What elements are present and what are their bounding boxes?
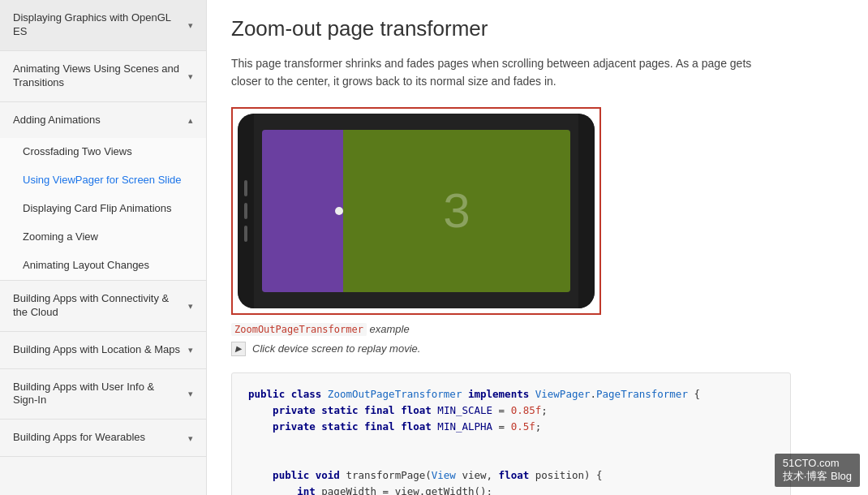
main-content: Zoom-out page transformer This page tran… xyxy=(207,0,868,495)
sidebar-section-building-wearables: Building Apps for Wearables▾ xyxy=(0,420,206,457)
sidebar-section-animating-views: Animating Views Using Scenes and Transit… xyxy=(0,51,206,102)
device-container[interactable]: 3 xyxy=(231,107,601,315)
page-description: This page transformer shrinks and fades … xyxy=(231,54,783,91)
device-button xyxy=(244,180,247,196)
chevron-icon-building-location: ▾ xyxy=(188,344,193,355)
sidebar-section-building-user-info: Building Apps with User Info & Sign-In▾ xyxy=(0,369,206,420)
device-button-2 xyxy=(244,203,247,219)
chevron-icon-displaying-graphics: ▾ xyxy=(188,19,193,31)
sidebar-header-building-location[interactable]: Building Apps with Location & Maps▾ xyxy=(0,332,206,368)
device-button-3 xyxy=(244,226,247,242)
sidebar-header-animating-views[interactable]: Animating Views Using Scenes and Transit… xyxy=(0,51,206,101)
sidebar-section-building-location: Building Apps with Location & Maps▾ xyxy=(0,332,206,369)
chevron-icon-building-connectivity: ▾ xyxy=(188,300,193,312)
screen-number: 3 xyxy=(443,183,470,239)
sidebar-section-label-adding-animations: Adding Animations xyxy=(13,114,101,127)
sidebar-sub-items-adding-animations: Crossfading Two ViewsUsing ViewPager for… xyxy=(0,138,206,279)
chevron-icon-animating-views: ▾ xyxy=(188,71,193,82)
screen-dot xyxy=(335,207,343,215)
sidebar-section-label-displaying-graphics: Displaying Graphics with OpenGL ES xyxy=(13,11,182,39)
sidebar-section-label-building-user-info: Building Apps with User Info & Sign-In xyxy=(13,381,182,408)
device-side-right xyxy=(578,114,595,308)
sidebar-section-label-building-location: Building Apps with Location & Maps xyxy=(13,343,180,357)
device-screen: 3 xyxy=(262,130,570,292)
replay-row[interactable]: ▶ Click device screen to replay movie. xyxy=(231,342,844,356)
watermark-site: 51CTO.com xyxy=(783,457,840,469)
device-side-left xyxy=(238,114,254,308)
sidebar-item-card-flip[interactable]: Displaying Card Flip Animations xyxy=(0,195,206,223)
watermark: 51CTO.com 技术·博客 Blog xyxy=(775,454,860,487)
sidebar-header-displaying-graphics[interactable]: Displaying Graphics with OpenGL ES▾ xyxy=(0,0,206,50)
sidebar-section-displaying-graphics: Displaying Graphics with OpenGL ES▾ xyxy=(0,0,206,51)
chevron-icon-building-user-info: ▾ xyxy=(188,388,193,399)
sidebar-section-label-building-connectivity: Building Apps with Connectivity & the Cl… xyxy=(13,292,182,320)
sidebar-section-label-animating-views: Animating Views Using Scenes and Transit… xyxy=(13,62,182,90)
replay-text: Click device screen to replay movie. xyxy=(252,342,420,355)
sidebar-header-building-wearables[interactable]: Building Apps for Wearables▾ xyxy=(0,420,206,456)
code-block: public class ZoomOutPageTransformer impl… xyxy=(231,372,791,495)
sidebar-section-adding-animations: Adding Animations▴Crossfading Two ViewsU… xyxy=(0,102,206,281)
sidebar-header-building-connectivity[interactable]: Building Apps with Connectivity & the Cl… xyxy=(0,281,206,331)
sidebar-section-label-building-wearables: Building Apps for Wearables xyxy=(13,431,145,445)
code-pre: public class ZoomOutPageTransformer impl… xyxy=(248,386,774,495)
chevron-icon-adding-animations: ▴ xyxy=(188,114,193,126)
sidebar-header-building-user-info[interactable]: Building Apps with User Info & Sign-In▾ xyxy=(0,369,206,420)
sidebar-header-adding-animations[interactable]: Adding Animations▴ xyxy=(0,102,206,139)
screen-right-panel: 3 xyxy=(343,130,570,292)
watermark-subtitle: 技术·博客 Blog xyxy=(783,470,852,482)
chevron-icon-building-wearables: ▾ xyxy=(188,433,193,444)
sidebar-item-crossfading[interactable]: Crossfading Two Views xyxy=(0,138,206,166)
device-frame: 3 xyxy=(238,114,595,308)
code-class-label: ZoomOutPageTransformer xyxy=(231,323,367,336)
example-label: example xyxy=(370,323,410,335)
screen-left-panel xyxy=(262,130,343,292)
sidebar-section-building-connectivity: Building Apps with Connectivity & the Cl… xyxy=(0,281,206,332)
sidebar-item-zooming[interactable]: Zooming a View xyxy=(0,223,206,252)
device-label: ZoomOutPageTransformer example xyxy=(231,323,844,335)
sidebar-item-viewpager[interactable]: Using ViewPager for Screen Slide xyxy=(0,166,206,195)
sidebar-item-layout-changes[interactable]: Animating Layout Changes xyxy=(0,252,206,280)
sidebar: Displaying Graphics with OpenGL ES▾Anima… xyxy=(0,0,207,495)
page-title: Zoom-out page transformer xyxy=(231,16,844,41)
replay-icon[interactable]: ▶ xyxy=(231,342,246,356)
